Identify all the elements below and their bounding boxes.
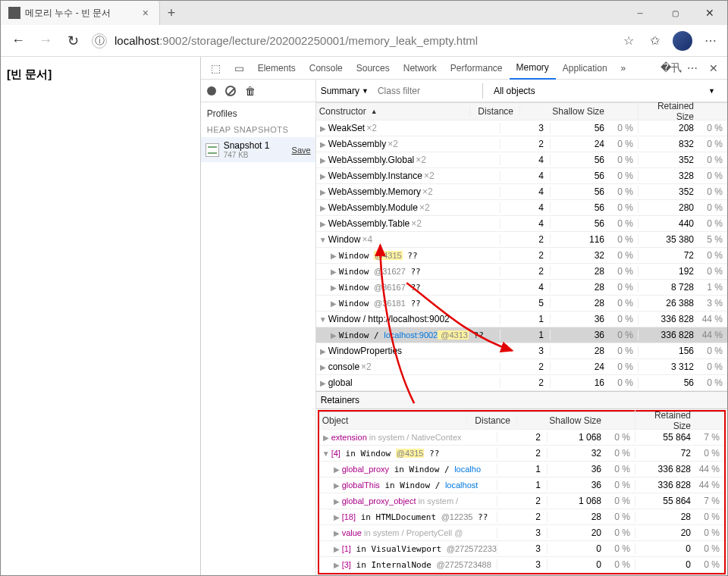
back-button[interactable]: ← [5,28,31,54]
snapshot-name: Snapshot 1 [224,140,287,151]
favicon [8,7,20,19]
address-bar: ← → ↻ ⓘ localhost:9002/storage/lecture/2… [1,25,727,57]
window-controls: ─ ▢ ✕ [623,1,727,25]
tab-memory[interactable]: Memory [510,57,556,80]
table-row[interactable]: ▶[18] in HTMLDocument @12235 ??2280 %280… [319,509,724,525]
table-row[interactable]: ▼[4] in Window @4315 ??2320 %720 % [319,446,724,462]
tab-elements[interactable]: Elements [251,57,303,80]
retainers-header[interactable]: Object Distance Shallow Size Retained Si… [319,412,724,430]
table-row[interactable]: ▶Window @31627 ??2280 %1920 % [316,264,727,280]
table-row[interactable]: ▼Window / http://localhost:90021360 %336… [316,311,727,327]
table-row[interactable]: ▶global_proxy_object in system /21 0680 … [319,493,724,509]
table-row[interactable]: ▶WebAssembly ×22240 %8320 % [316,136,727,152]
devtools-more-icon[interactable]: ⋯ [683,57,701,80]
tab-sources[interactable]: Sources [350,57,397,80]
forward-button[interactable]: → [33,28,58,54]
favorites-icon[interactable]: ✩ [642,33,667,48]
heap-snapshots-label: HEAP SNAPSHOTS [201,122,315,137]
table-row[interactable]: ▶WebAssembly.Instance ×24560 %3280 % [316,168,727,184]
table-row[interactable]: ▶Window @36167 ??4280 %8 7281 % [316,280,727,296]
devtools-close-icon[interactable]: ✕ [704,57,723,80]
table-row[interactable]: ▶WeakSet ×23560 %2080 % [316,121,727,136]
table-row[interactable]: ▶extension in system / NativeContex21 06… [319,430,724,446]
close-button[interactable]: ✕ [692,1,727,25]
browser-tab[interactable]: 메모리 누수 - 빈 문서 × [1,1,160,25]
tab-performance[interactable]: Performance [444,57,510,80]
inspect-icon[interactable]: ⬚ [204,57,228,80]
table-row[interactable]: ▶global_proxy in Window / localho1360 %3… [319,462,724,477]
settings-more-icon[interactable]: ⋯ [698,33,723,48]
table-row[interactable]: ▶[1] in VisualViewport @272572233300 %00… [319,541,724,557]
reload-button[interactable]: ↻ [60,28,86,54]
devtools: ⬚ ▭ Elements Console Sources Network Per… [200,57,727,575]
constructors-table: Constructor▲ Distance Shallow Size Retai… [316,102,727,391]
view-dropdown[interactable]: Summary▼ [321,86,369,96]
tabs-overflow-icon[interactable]: » [614,57,633,80]
table-row[interactable]: ▶WebAssembly.Table ×24560 %4400 % [316,216,727,232]
sort-icon: ▲ [371,108,378,115]
table-row[interactable]: ▶global2160 %560 % [316,375,727,391]
new-tab-button[interactable]: + [160,1,183,25]
table-row[interactable]: ▶WebAssembly.Memory ×24560 %3520 % [316,184,727,200]
minimize-button[interactable]: ─ [623,1,657,25]
snapshot-save-link[interactable]: Save [292,146,311,155]
devtools-tabs: ⬚ ▭ Elements Console Sources Network Per… [201,57,727,80]
table-row[interactable]: ▶WebAssembly.Global ×24560 %3520 % [316,152,727,168]
class-filter-input[interactable] [373,83,472,99]
page-title: [빈 문서] [7,67,52,80]
table-row[interactable]: ▼Window ×421160 %35 3805 % [316,232,727,248]
delete-icon[interactable]: 🗑 [245,85,256,97]
tab-title: 메모리 누수 - 빈 문서 [25,7,135,20]
heap-view: Summary▼ All objects ▼ Constructor▲ Dist… [316,80,727,576]
url-field[interactable]: localhost:9002/storage/lecture/202002250… [115,34,615,47]
record-icon[interactable] [207,86,216,95]
title-bar: 메모리 누수 - 빈 문서 × + ─ ▢ ✕ [1,1,727,25]
tab-application[interactable]: Application [556,57,614,80]
table-row[interactable]: ▶WindowProperties3280 %1560 % [316,343,727,359]
maximize-button[interactable]: ▢ [657,1,692,25]
table-row[interactable]: ▶WebAssembly.Module ×24560 %2800 % [316,200,727,216]
retainers-title: Retainers [316,391,727,409]
filter-bar: Summary▼ All objects ▼ [316,80,727,102]
right-dropdown-icon[interactable]: ▼ [632,87,723,95]
star-icon[interactable]: ☆ [617,33,641,48]
table-row[interactable]: ▶Window / localhost:9002 @4313 ??1360 %3… [316,327,727,343]
objects-dropdown[interactable]: All objects [494,86,535,96]
site-info-icon[interactable]: ⓘ [92,33,107,49]
table-row[interactable]: ▶globalThis in Window / localhost1360 %3… [319,477,724,493]
table-row[interactable]: ▶console ×22240 %3 3120 % [316,359,727,375]
table-header[interactable]: Constructor▲ Distance Shallow Size Retai… [316,102,727,121]
snapshot-size: 747 KB [224,151,287,159]
profile-avatar[interactable] [673,31,692,51]
retainers-panel: Object Distance Shallow Size Retained Si… [318,410,726,574]
snapshot-icon [206,143,219,157]
page-content: [빈 문서] [1,57,200,575]
profiles-panel: 🗑 Profiles HEAP SNAPSHOTS Snapshot 1 747… [201,80,316,576]
tab-close-icon[interactable]: × [140,7,152,19]
table-row[interactable]: ▶[3] in InternalNode @2725723488300 %00 … [319,557,724,573]
table-row[interactable]: ▶value in system / PropertyCell @3200 %2… [319,525,724,541]
tab-console[interactable]: Console [303,57,350,80]
table-row[interactable]: ▶Window @4315 ??2320 %720 % [316,248,727,264]
device-icon[interactable]: ▭ [228,57,251,80]
clear-icon[interactable] [225,86,236,96]
table-row[interactable]: ▶Window @36181 ??5280 %26 3883 % [316,296,727,311]
devtools-settings-icon[interactable]: �卂 [662,57,680,80]
profiles-label: Profiles [201,102,315,122]
tab-network[interactable]: Network [397,57,444,80]
profile-tools: 🗑 [201,80,315,102]
snapshot-item[interactable]: Snapshot 1 747 KB Save [201,137,315,162]
